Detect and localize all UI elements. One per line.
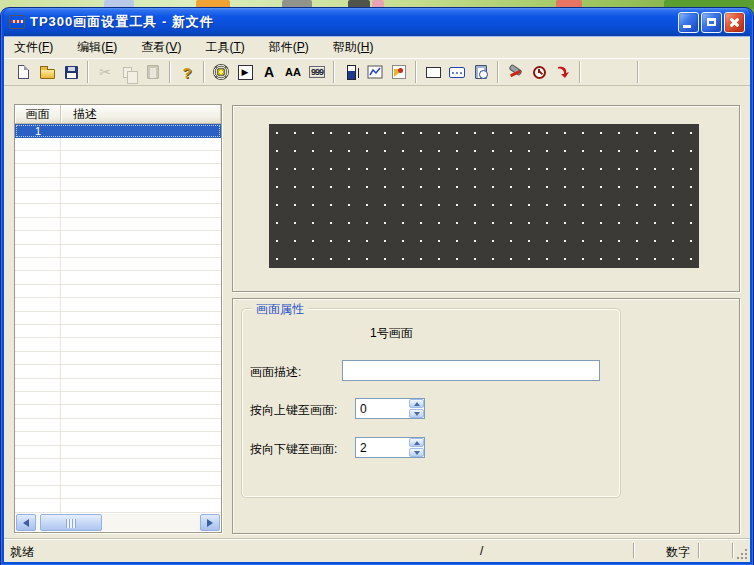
help-question-icon: ? — [182, 64, 191, 81]
minimize-button[interactable] — [678, 12, 699, 33]
scrollbar-track[interactable] — [37, 514, 199, 531]
down-spin-decrease-button[interactable] — [409, 448, 424, 457]
screen-list-body[interactable]: 1 — [15, 124, 221, 514]
menu-help[interactable]: 帮助(H) — [333, 39, 374, 56]
up-spin-increase-button[interactable] — [409, 399, 424, 408]
settings-button[interactable] — [503, 60, 527, 84]
horizontal-scrollbar[interactable] — [16, 514, 220, 531]
properties-panel: 画面属性 1号画面 画面描述: 按向上键至画面: 按向下键至画面: — [232, 298, 740, 534]
status-divider — [698, 543, 700, 558]
digits-icon: 999 — [309, 66, 325, 78]
red-arrow-icon — [555, 64, 571, 80]
toolbar-separator — [87, 61, 89, 83]
status-ready: 就绪 — [10, 544, 34, 561]
screen-number-heading: 1号画面 — [370, 325, 413, 342]
app-window: TP300画面设置工具 - 新文件 文件(F) 编辑(E) 查看(V) 工具(T… — [1, 8, 753, 565]
resize-grip[interactable] — [736, 548, 748, 560]
rectangle-button[interactable] — [421, 60, 445, 84]
chevron-up-icon — [414, 441, 420, 445]
toolbar: ✂ ? ▶ A AA 999 — [4, 58, 750, 86]
window-title: TP300画面设置工具 - 新文件 — [30, 13, 214, 31]
status-coordinates: / — [480, 544, 483, 558]
menu-edit[interactable]: 编辑(E) — [77, 39, 117, 56]
close-button[interactable] — [724, 12, 745, 33]
down-spin-increase-button[interactable] — [409, 438, 424, 447]
save-file-button[interactable] — [59, 60, 83, 84]
screen-list-header: 画面 描述 — [15, 105, 221, 124]
led-indicator-icon — [213, 64, 229, 80]
titlebar[interactable]: TP300画面设置工具 - 新文件 — [4, 8, 750, 36]
copy-button[interactable] — [117, 60, 141, 84]
client-area: 画面 描述 1 — [4, 86, 750, 538]
down-key-label: 按向下键至画面: — [250, 441, 337, 458]
bar-graph-button[interactable] — [339, 60, 363, 84]
minimize-icon — [683, 25, 691, 28]
chevron-up-icon — [414, 402, 420, 406]
static-text-button[interactable]: A — [257, 60, 281, 84]
register-display-button[interactable] — [445, 60, 469, 84]
text-aa-icon: AA — [285, 66, 301, 78]
up-key-label: 按向上键至画面: — [250, 402, 337, 419]
up-key-spinner — [355, 398, 425, 419]
up-key-input[interactable] — [356, 399, 408, 418]
app-icon — [9, 15, 25, 29]
scrollbar-thumb[interactable] — [40, 514, 102, 531]
scroll-left-button[interactable] — [16, 514, 36, 531]
text-a-icon: A — [264, 64, 274, 80]
toolbar-separator — [579, 61, 581, 83]
down-key-input[interactable] — [356, 438, 408, 457]
clipboard-clock-icon — [475, 65, 487, 79]
function-key-button[interactable]: ▶ — [233, 60, 257, 84]
menu-tools[interactable]: 工具(T) — [205, 39, 244, 56]
copy-icon — [123, 67, 132, 78]
menu-view[interactable]: 查看(V) — [141, 39, 181, 56]
download-button[interactable] — [551, 60, 575, 84]
lcd-display-canvas[interactable] — [269, 124, 699, 268]
digital-display-button[interactable]: 999 — [305, 60, 329, 84]
thumb-grip-icon — [66, 519, 76, 528]
bitmap-button[interactable] — [387, 60, 411, 84]
paste-icon — [147, 65, 159, 79]
statusbar: 就绪 / 数字 — [4, 538, 750, 562]
trend-chart-button[interactable] — [363, 60, 387, 84]
column-header-screen[interactable]: 画面 — [15, 105, 61, 123]
status-divider — [633, 543, 635, 558]
status-divider — [732, 543, 734, 558]
new-file-icon — [18, 65, 29, 79]
group-title: 画面属性 — [252, 301, 308, 318]
chevron-right-icon — [207, 519, 213, 527]
paste-button[interactable] — [141, 60, 165, 84]
scroll-right-button[interactable] — [200, 514, 220, 531]
toolbar-separator — [415, 61, 417, 83]
maximize-button[interactable] — [701, 12, 722, 33]
schedule-button[interactable] — [469, 60, 493, 84]
chevron-left-icon — [23, 519, 29, 527]
menu-parts[interactable]: 部件(P) — [269, 39, 309, 56]
column-header-description[interactable]: 描述 — [61, 105, 221, 123]
up-spin-decrease-button[interactable] — [409, 409, 424, 418]
cut-scissors-icon: ✂ — [99, 64, 111, 80]
screen-list: 画面 描述 1 — [14, 104, 222, 533]
screen-properties-group: 画面属性 1号画面 画面描述: 按向上键至画面: 按向下键至画面: — [241, 308, 621, 498]
toolbar-separator — [333, 61, 335, 83]
alarm-clock-icon — [533, 66, 546, 79]
menu-file[interactable]: 文件(F) — [14, 39, 53, 56]
desc-input[interactable] — [342, 360, 600, 381]
maximize-icon — [707, 18, 716, 26]
alarm-button[interactable] — [527, 60, 551, 84]
toolbar-separator — [497, 61, 499, 83]
help-button[interactable]: ? — [175, 60, 199, 84]
open-file-button[interactable] — [35, 60, 59, 84]
variable-text-button[interactable]: AA — [281, 60, 305, 84]
rectangle-icon — [426, 67, 441, 78]
list-row-selected[interactable]: 1 — [15, 124, 221, 138]
desc-label: 画面描述: — [250, 364, 301, 381]
indicator-lamp-button[interactable] — [209, 60, 233, 84]
cut-button[interactable]: ✂ — [93, 60, 117, 84]
status-num-indicator: 数字 — [666, 544, 690, 561]
new-file-button[interactable] — [11, 60, 35, 84]
trend-chart-icon — [367, 64, 383, 80]
menubar: 文件(F) 编辑(E) 查看(V) 工具(T) 部件(P) 帮助(H) — [4, 36, 750, 58]
toolbar-separator — [637, 61, 639, 83]
open-folder-icon — [40, 69, 55, 79]
